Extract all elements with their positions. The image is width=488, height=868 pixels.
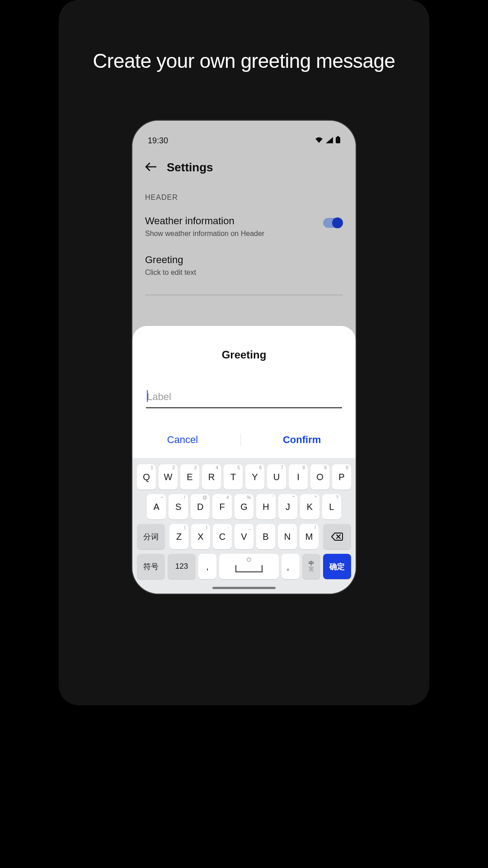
dialog-title: Greeting (146, 349, 342, 361)
setting-weather-row[interactable]: Weather information Show weather informa… (145, 215, 343, 238)
key-i[interactable]: 8I (289, 464, 308, 490)
greeting-input[interactable] (146, 388, 342, 408)
app-bar: Settings (145, 160, 343, 175)
setting-weather-title: Weather information (145, 215, 264, 227)
key-d[interactable]: @D (191, 494, 210, 519)
signal-icon (326, 136, 333, 146)
comma-key[interactable]: , (198, 554, 216, 579)
key-x[interactable]: )X (191, 524, 210, 549)
numbers-key[interactable]: 123 (168, 554, 196, 579)
key-a[interactable]: ~A (147, 494, 166, 519)
home-indicator[interactable] (212, 587, 276, 589)
soft-keyboard: 1Q2W3E4R5T6Y7U8I9O0P ~A!S@D#F%G'H*J*K?L … (132, 458, 356, 594)
key-t[interactable]: 5T (224, 464, 243, 490)
key-e[interactable]: 3E (180, 464, 199, 490)
divider (145, 295, 343, 295)
action-divider (240, 434, 241, 446)
lang-bottom: 英 (309, 566, 314, 572)
marketing-headline: Create your own greeting message (93, 50, 395, 72)
segment-key[interactable]: 分词 (137, 524, 165, 549)
setting-greeting-title: Greeting (145, 254, 196, 266)
cancel-button[interactable]: Cancel (167, 434, 198, 446)
wifi-icon (315, 136, 323, 146)
backspace-key[interactable] (323, 524, 351, 549)
key-v[interactable]: _V (235, 524, 253, 549)
setting-weather-subtitle: Show weather information on Header (145, 230, 264, 238)
status-bar: 19:30 (145, 133, 343, 148)
page-title: Settings (167, 160, 213, 175)
key-b[interactable]: :B (256, 524, 275, 549)
key-h[interactable]: 'H (256, 494, 275, 519)
key-u[interactable]: 7U (267, 464, 286, 490)
key-p[interactable]: 0P (332, 464, 351, 490)
key-c[interactable]: -C (213, 524, 232, 549)
battery-icon (336, 136, 340, 146)
key-f[interactable]: #F (212, 494, 231, 519)
key-m[interactable]: /M (300, 524, 319, 549)
spacebar-key[interactable] (219, 554, 279, 579)
key-s[interactable]: !S (169, 494, 188, 519)
section-header: HEADER (145, 193, 343, 202)
status-time: 19:30 (148, 136, 168, 146)
key-j[interactable]: *J (278, 494, 297, 519)
back-icon[interactable] (145, 160, 157, 175)
key-g[interactable]: %G (235, 494, 253, 519)
setting-greeting-subtitle: Click to edit text (145, 269, 196, 277)
svg-rect-0 (337, 136, 339, 137)
setting-greeting-row[interactable]: Greeting Click to edit text (145, 254, 343, 277)
weather-toggle[interactable] (323, 218, 343, 228)
key-y[interactable]: 6Y (245, 464, 264, 490)
symbols-key[interactable]: 符号 (137, 554, 165, 579)
key-q[interactable]: 1Q (137, 464, 156, 490)
key-n[interactable]: ;N (278, 524, 297, 549)
text-caret (147, 390, 148, 402)
period-key[interactable]: 。 (282, 554, 300, 579)
key-w[interactable]: 2W (159, 464, 178, 490)
mic-icon (247, 557, 251, 562)
key-o[interactable]: 9O (310, 464, 329, 490)
phone-frame: 19:30 Settings (131, 120, 357, 594)
key-k[interactable]: *K (300, 494, 319, 519)
confirm-button[interactable]: Confirm (283, 434, 321, 446)
key-r[interactable]: 4R (202, 464, 221, 490)
svg-rect-1 (336, 137, 340, 143)
key-l[interactable]: ?L (322, 494, 341, 519)
keyboard-enter-key[interactable]: 确定 (323, 554, 351, 579)
key-z[interactable]: (Z (169, 524, 188, 549)
language-switch-key[interactable]: 中 英 (302, 554, 320, 579)
greeting-dialog: Greeting Cancel Confirm (132, 326, 356, 458)
